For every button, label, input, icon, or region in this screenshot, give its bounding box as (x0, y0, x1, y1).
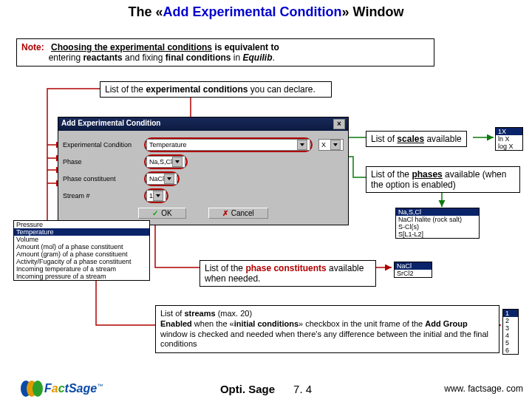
title-close: » (342, 4, 353, 19)
list-item[interactable]: 5 (503, 339, 518, 347)
list-item[interactable]: Pressure (14, 221, 149, 228)
combo-cons[interactable]: NaCl (146, 173, 177, 185)
add-condition-dialog: Add Experimental Condition × Experimenta… (58, 117, 349, 225)
list-item[interactable]: ln X (496, 135, 522, 143)
list-item[interactable]: 4 (503, 332, 518, 339)
note-box: Note: Choosing the experimental conditio… (16, 38, 434, 66)
list-item[interactable]: SrCl2 (395, 270, 432, 277)
note-text: reactants (83, 52, 122, 63)
dialog-titlebar: Add Experimental Condition × (58, 117, 348, 131)
list-item[interactable]: Activity/Fugacity of a phase constituent (14, 258, 149, 265)
footer-center: Opti. Sage 7. 4 (220, 383, 312, 395)
list-item[interactable]: 6 (503, 347, 518, 354)
chevron-down-icon[interactable] (330, 140, 341, 150)
close-icon[interactable]: × (333, 119, 345, 129)
chevron-down-icon[interactable] (153, 191, 163, 201)
callout-streams: List of streams (max. 20) Enabled when t… (155, 305, 499, 353)
ring-stream: 1 (144, 188, 168, 203)
ring-cons: NaCl (144, 171, 180, 186)
list-item[interactable]: Incoming temperature of a stream (14, 265, 149, 273)
chevron-down-icon[interactable] (164, 174, 174, 184)
ok-button[interactable]: ✓OK (138, 208, 185, 219)
ring-exp: Temperature (144, 137, 313, 152)
title-name: Add Experimental Condition (163, 4, 342, 19)
cancel-button[interactable]: ✗Cancel (208, 208, 268, 219)
dropdown-scales-list[interactable]: 1Xln Xlog X (495, 127, 523, 151)
title-open: The « (129, 4, 163, 19)
combo-exp[interactable]: Temperature (146, 139, 310, 151)
ring-phase: Na,S,Cl (144, 154, 188, 169)
list-item[interactable]: S[L1-L2] (396, 231, 479, 238)
note-text: final conditions (166, 52, 231, 63)
list-item[interactable]: 2 (503, 317, 518, 324)
list-item[interactable]: NaCl halite (rock salt) (396, 216, 479, 223)
dropdown-phases-list[interactable]: Na,S,ClNaCl halite (rock salt)S-Cl(s)S[L… (395, 208, 480, 239)
note-label: Note: (21, 42, 44, 52)
callout-scales: List of scales available (366, 131, 467, 147)
list-item[interactable]: Na,S,Cl (396, 208, 479, 216)
list-item[interactable]: 3 (503, 324, 518, 332)
row-stream-label: Stream # (63, 192, 144, 200)
note-text: is equivalent to (212, 42, 279, 52)
list-item[interactable]: 1 (503, 310, 518, 317)
page-title: The «Add Experimental Condition» Window (0, 4, 532, 20)
list-item[interactable]: log X (496, 143, 522, 150)
list-item[interactable]: Volume (14, 236, 149, 243)
row-exp-label: Experimental Condition (63, 141, 144, 149)
note-text: . (273, 52, 275, 63)
dropdown-exp-list[interactable]: PressureTemperatureVolumeAmount (mol) of… (13, 220, 150, 281)
note-text: Choosing the experimental conditions (51, 42, 212, 52)
check-icon: ✓ (152, 209, 158, 217)
combo-phase[interactable]: Na,S,Cl (146, 156, 185, 168)
footer-url: www. factsage. com (444, 383, 523, 394)
list-item[interactable]: Amount (mol) of a phase constituent (14, 243, 149, 250)
row-phase-label: Phase (63, 158, 144, 166)
chevron-down-icon[interactable] (297, 140, 307, 150)
combo-scale[interactable]: X (318, 139, 344, 151)
list-item[interactable]: NaCl (395, 262, 432, 270)
factsage-logo: FactSage™ (21, 381, 103, 397)
list-item[interactable]: 1X (496, 128, 522, 135)
note-text: and fixing (123, 52, 166, 63)
dialog-title-text: Add Experimental Condition (61, 119, 160, 129)
title-win: Window (353, 4, 404, 19)
dropdown-cons-list[interactable]: NaClSrCl2 (394, 262, 432, 278)
note-text: entering (49, 52, 83, 63)
note-text: in (231, 52, 242, 63)
row-cons-label: Phase constituent (63, 175, 144, 183)
list-item[interactable]: Temperature (14, 228, 149, 236)
list-item[interactable]: Incoming pressure of a stream (14, 273, 149, 280)
note-text: Equilib (243, 52, 273, 63)
dropdown-streams-list[interactable]: 123456 (502, 309, 519, 355)
x-icon: ✗ (222, 209, 228, 217)
callout-phases: List of the phases available (when the o… (366, 166, 520, 193)
combo-stream[interactable]: 1 (146, 190, 166, 202)
callout-exp: List of the experimental conditions you … (100, 81, 332, 98)
callout-constituents: List of the phase constituents available… (200, 260, 376, 287)
list-item[interactable]: Amount (gram) of a phase constituent (14, 250, 149, 258)
list-item[interactable]: S-Cl(s) (396, 223, 479, 231)
chevron-down-icon[interactable] (172, 157, 183, 167)
footer: FactSage™ Opti. Sage 7. 4 www. factsage.… (0, 378, 532, 399)
